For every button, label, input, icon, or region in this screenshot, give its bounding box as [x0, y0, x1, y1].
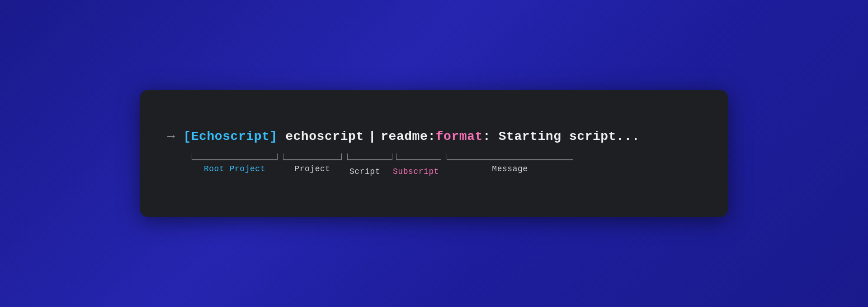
annotations-row: Root Project Project: [167, 152, 701, 176]
terminal-card: → [Echoscript] echoscript | readme:forma…: [140, 90, 728, 217]
space2: [491, 130, 498, 144]
label-project: Project: [294, 164, 330, 173]
colon2: :: [483, 130, 491, 144]
label-message: Message: [492, 164, 528, 173]
label-root-project: Root Project: [204, 164, 265, 173]
space1: [278, 130, 285, 144]
command-name: echoscript: [285, 130, 364, 144]
bracket-subscript: [396, 152, 441, 162]
label-script: Script: [349, 167, 380, 176]
subscript-name: format: [436, 130, 483, 144]
pipe-symbol: |: [368, 130, 376, 144]
annotation-project: Project: [283, 152, 342, 173]
annotations-container: Root Project Project: [192, 152, 701, 176]
bracket-root-project: [192, 152, 278, 162]
script-name: readme: [381, 130, 428, 144]
bracket-script: [347, 152, 392, 162]
command-line: → [Echoscript] echoscript | readme:forma…: [167, 130, 701, 144]
annotation-script: [347, 152, 392, 162]
colon1: :: [428, 130, 435, 144]
annotation-message: Message: [447, 152, 573, 173]
label-subscript: Subscript: [393, 167, 439, 176]
prefix-bracket-open: [: [183, 130, 191, 144]
bracket-project: [283, 152, 342, 162]
root-project-name: Echoscript: [191, 130, 270, 144]
bracket-message: [447, 152, 573, 162]
script-subscript-brackets: [347, 152, 441, 162]
annotation-subscript: [396, 152, 441, 162]
arrow-icon: →: [167, 130, 175, 144]
prefix-bracket-close: ]: [269, 130, 277, 144]
message-text: Starting script...: [499, 130, 640, 144]
annotation-script-subscript-group: Script Subscript: [347, 152, 441, 176]
script-subscript-labels: Script Subscript: [349, 164, 439, 176]
annotation-root-project: Root Project: [192, 152, 278, 173]
